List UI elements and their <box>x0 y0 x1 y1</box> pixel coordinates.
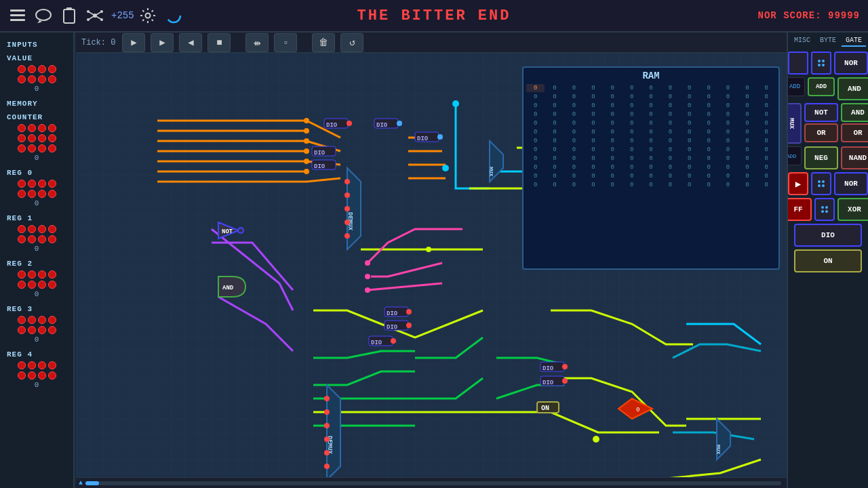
ram-cell: 0 <box>545 146 564 154</box>
undo-button[interactable]: ↺ <box>340 33 363 52</box>
svg-point-80 <box>452 100 459 107</box>
nand-gate-button[interactable]: NAND <box>841 146 868 169</box>
gear-icon[interactable] <box>138 6 157 25</box>
scroll-track[interactable] <box>85 481 781 485</box>
ram-cell: 0 <box>584 163 602 171</box>
reg1-num: 0 <box>35 245 39 253</box>
cursor-button[interactable]: ▫ <box>274 33 297 52</box>
ram-cell: 0 <box>545 155 564 163</box>
ram-cell: 0 <box>584 93 602 101</box>
ram-cell: 0 <box>680 146 698 154</box>
ram-panel: RAM 000000000000000000000000000000000000… <box>522 66 780 270</box>
ram-cell: 0 <box>604 137 622 145</box>
ram-cell: 0 <box>680 93 698 101</box>
ram-cell: 0 <box>719 128 737 136</box>
ram-cell: 0 <box>719 119 737 127</box>
ram-cell: 0 <box>545 93 564 101</box>
add-small-2[interactable]: ADD <box>787 146 802 165</box>
scroll-thumb[interactable] <box>85 481 99 485</box>
ram-cell: 0 <box>526 146 545 154</box>
ram-cell: 0 <box>738 84 756 92</box>
svg-point-44 <box>347 121 352 126</box>
tab-gate[interactable]: GATE <box>842 35 866 47</box>
tab-misc[interactable]: MISC <box>790 35 814 47</box>
ram-cell: 0 <box>584 172 602 180</box>
dots-button-2[interactable] <box>811 172 831 195</box>
svg-text:DIO: DIO <box>542 365 554 372</box>
on-gate-button[interactable]: ON <box>794 249 862 272</box>
svg-text:0: 0 <box>636 407 639 413</box>
menu-icon[interactable] <box>8 6 27 25</box>
scroll-bar[interactable]: ▲ <box>76 477 787 488</box>
nor-gate-button[interactable]: NOR <box>834 52 868 75</box>
tab-byte[interactable]: BYTE <box>816 35 840 47</box>
ram-cell: 0 <box>584 146 602 154</box>
add-small-button[interactable]: ADD <box>787 77 805 96</box>
svg-point-93 <box>365 287 370 293</box>
or-gate-button-1[interactable]: OR <box>804 123 838 142</box>
and-gate-button-2[interactable]: AND <box>841 103 868 122</box>
gate-row-6: FF XOR <box>787 198 868 221</box>
gate-select-block[interactable] <box>788 52 808 75</box>
ram-cell: 0 <box>719 163 737 171</box>
gate-row-5: ▶ NOR <box>788 172 868 195</box>
inputs-label: INPUTS <box>3 41 38 49</box>
circuit-canvas[interactable]: NOT AND DEMUX DEMUX <box>76 53 787 488</box>
ram-cell: 0 <box>565 128 583 136</box>
step-back-button[interactable]: ◀ <box>179 33 202 52</box>
xor-gate-button[interactable]: XOR <box>837 198 868 221</box>
svg-text:ON: ON <box>541 405 549 412</box>
ram-cell: 0 <box>642 172 660 180</box>
svg-point-24 <box>344 179 350 184</box>
clipboard-icon[interactable] <box>60 6 79 25</box>
svg-text:DIO: DIO <box>376 122 388 129</box>
scroll-left-arrow[interactable]: ▲ <box>79 479 83 487</box>
svg-text:MUX: MUX <box>488 167 494 177</box>
network-icon[interactable] <box>85 6 104 25</box>
ram-cell: 0 <box>699 128 717 136</box>
svg-point-35 <box>324 450 330 455</box>
mux-gate-button[interactable]: MUX <box>787 103 802 144</box>
delete-button[interactable]: 🗑 <box>312 33 335 52</box>
svg-rect-0 <box>10 9 25 12</box>
svg-point-81 <box>442 165 449 171</box>
dio-gate-button[interactable]: DIO <box>794 224 862 247</box>
neg-gate-button[interactable]: NEG <box>804 146 838 169</box>
ram-cell: 0 <box>699 163 717 171</box>
add-gate-button[interactable]: ADD <box>808 77 835 96</box>
ram-cell: 0 <box>526 93 545 101</box>
not-gate-button[interactable]: NOT <box>804 103 838 122</box>
svg-line-11 <box>88 12 95 16</box>
play-button[interactable]: ▶ <box>151 33 174 52</box>
stop-button[interactable]: ■ <box>208 33 231 52</box>
svg-point-90 <box>593 436 599 443</box>
dots-button-3[interactable] <box>814 198 835 221</box>
ram-cell: 0 <box>738 110 756 119</box>
dots-button[interactable] <box>811 52 831 75</box>
svg-point-85 <box>304 148 309 154</box>
ram-cell: 0 <box>680 155 698 163</box>
step-forward-button[interactable]: ▶ <box>122 33 145 52</box>
svg-point-89 <box>426 247 431 252</box>
right-panel-tabs: MISC BYTE GATE <box>790 35 866 47</box>
nor-gate-button-2[interactable]: NOR <box>834 172 868 195</box>
svg-text:DIO: DIO <box>542 380 554 386</box>
ram-cell: 0 <box>719 93 737 101</box>
and-gate-button[interactable]: AND <box>837 77 868 100</box>
or-gate-button-2[interactable]: OR <box>841 123 868 142</box>
reg2-leds <box>18 270 56 289</box>
ram-cell: 0 <box>738 119 756 127</box>
svg-text:DIO: DIO <box>314 150 326 157</box>
ram-cell: 0 <box>642 110 660 119</box>
chat-icon[interactable] <box>34 6 53 25</box>
play-gate-button[interactable]: ▶ <box>788 172 808 195</box>
ram-cell: 0 <box>738 172 756 180</box>
ram-cell: 0 <box>526 102 545 110</box>
ram-cell: 0 <box>699 84 717 92</box>
ram-cell: 0 <box>565 155 583 163</box>
ff-gate-button[interactable]: FF <box>787 198 812 221</box>
svg-rect-4 <box>64 9 75 23</box>
select-button[interactable]: ⇻ <box>245 33 269 52</box>
ram-cell: 0 <box>757 155 776 163</box>
svg-point-36 <box>324 464 330 469</box>
